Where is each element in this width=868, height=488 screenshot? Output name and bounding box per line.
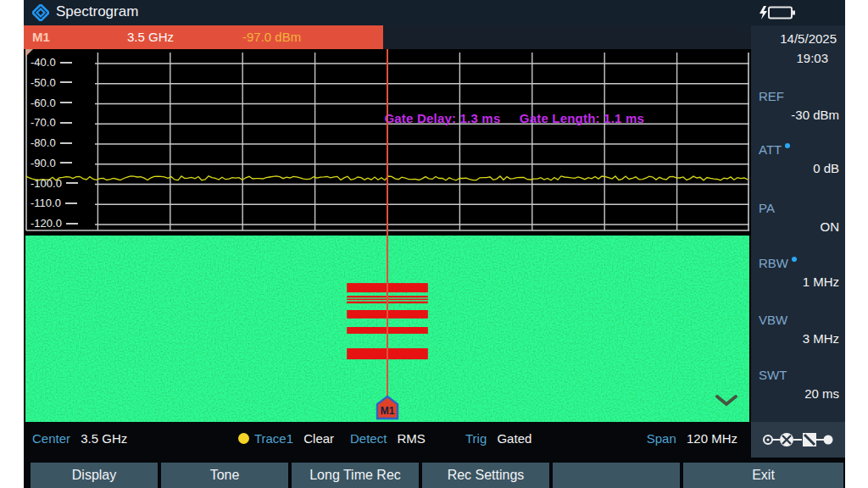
rohde-schwarz-logo-icon <box>32 4 49 21</box>
datetime-display: 14/5/2025 19:03 <box>780 29 837 68</box>
sidebar-param-att-label[interactable]: ATT <box>759 142 790 157</box>
softkey-exit[interactable]: Exit <box>683 463 843 488</box>
detect-label: Detect <box>350 431 387 446</box>
y-tick-label: -60.0 <box>31 97 72 109</box>
trace1-color-dot-icon <box>238 433 249 444</box>
trace-label: Trace1 <box>254 431 293 446</box>
battery-charging-icon <box>757 5 796 20</box>
sidebar-param-vbw-label[interactable]: VBW <box>759 313 787 327</box>
y-tick-label: -100.0 <box>31 177 78 190</box>
marker-line[interactable] <box>387 49 388 396</box>
y-tick-label: -80.0 <box>31 136 72 149</box>
signal-chain-panel[interactable] <box>751 422 845 458</box>
signal-chain-icon <box>761 430 836 450</box>
center-value: 3.5 GHz <box>81 431 127 446</box>
trig-value: Gated <box>497 431 531 446</box>
trigger-readout[interactable]: Trig Gated <box>465 431 531 446</box>
gate-length-text: Gate Length: 1.1 ms <box>520 111 644 125</box>
page-title: Spectrogram <box>56 3 138 20</box>
span-readout[interactable]: Span 120 MHz <box>647 431 737 446</box>
sidebar-param-ref-label[interactable]: REF <box>759 89 784 103</box>
marker-name: M1 <box>32 30 50 44</box>
softkey-row: DisplayToneLong Time RecRec SettingsExit <box>24 458 845 488</box>
marker-m1-flag[interactable]: M1 <box>374 395 401 420</box>
center-frequency-readout[interactable]: Center 3.5 GHz <box>32 431 127 446</box>
sidebar-param-pa-label[interactable]: PA <box>759 201 775 215</box>
marker-level: -97.0 dBm <box>242 30 301 44</box>
softkey-tone[interactable]: Tone <box>161 463 288 488</box>
softkey-rec-settings[interactable]: Rec Settings <box>422 463 549 488</box>
analyzer-screen: Spectrogram M1 3.5 GHz -97.0 dBm -40.0-5… <box>24 0 845 488</box>
trace-value: Clear <box>303 431 334 446</box>
span-label: Span <box>647 431 676 446</box>
marker-flag-label: M1 <box>381 405 395 417</box>
span-value: 120 MHz <box>687 431 737 446</box>
coupled-dot-icon <box>785 143 790 148</box>
settings-sidebar: 14/5/2025 19:03 REF-30 dBmATT0 dBPAONRBW… <box>751 25 845 422</box>
y-tick-label: -70.0 <box>31 116 72 129</box>
y-tick-label: -110.0 <box>31 197 77 209</box>
y-tick-label: -50.0 <box>31 76 72 89</box>
softkey-long-time-rec[interactable]: Long Time Rec <box>292 463 419 488</box>
gate-delay-text: Gate Delay: 1.3 ms <box>384 111 500 125</box>
status-bar: Center 3.5 GHz Trace1 Clear Detect RMS T… <box>24 422 751 458</box>
detect-value: RMS <box>398 431 426 446</box>
coupled-dot-icon <box>792 257 797 262</box>
center-label: Center <box>32 431 70 446</box>
sidebar-param-ref-value[interactable]: -30 dBm <box>791 108 839 122</box>
gate-annotation: Gate Delay: 1.3 ms Gate Length: 1.1 ms <box>384 111 644 125</box>
trig-label: Trig <box>465 431 487 446</box>
y-tick-label: -120.0 <box>31 217 78 230</box>
detect-readout[interactable]: Detect RMS <box>350 431 426 446</box>
marker-frequency: 3.5 GHz <box>127 30 174 44</box>
sidebar-param-swt-label[interactable]: SWT <box>759 368 787 382</box>
sidebar-param-vbw-value[interactable]: 3 MHz <box>803 331 839 346</box>
marker-bar-highlight: M1 3.5 GHz -97.0 dBm <box>24 25 383 49</box>
trace-readout[interactable]: Trace1 Clear <box>238 431 334 446</box>
scroll-down-chevron-icon[interactable] <box>715 393 738 408</box>
sidebar-param-rbw-label[interactable]: RBW <box>759 256 797 270</box>
y-tick-label: -40.0 <box>31 56 72 69</box>
title-bar: Spectrogram <box>24 0 845 25</box>
softkey-blank[interactable] <box>553 463 680 488</box>
sidebar-param-att-value[interactable]: 0 dB <box>813 161 839 175</box>
time-text: 19:03 <box>780 48 837 68</box>
sidebar-param-pa-value[interactable]: ON <box>821 219 840 234</box>
y-tick-label: -90.0 <box>31 157 72 169</box>
date-text: 14/5/2025 <box>780 29 837 48</box>
marker-readout-bar: M1 3.5 GHz -97.0 dBm <box>24 25 845 49</box>
sidebar-param-swt-value[interactable]: 20 ms <box>804 386 839 401</box>
softkey-display[interactable]: Display <box>31 463 158 488</box>
sidebar-param-rbw-value[interactable]: 1 MHz <box>803 274 839 289</box>
